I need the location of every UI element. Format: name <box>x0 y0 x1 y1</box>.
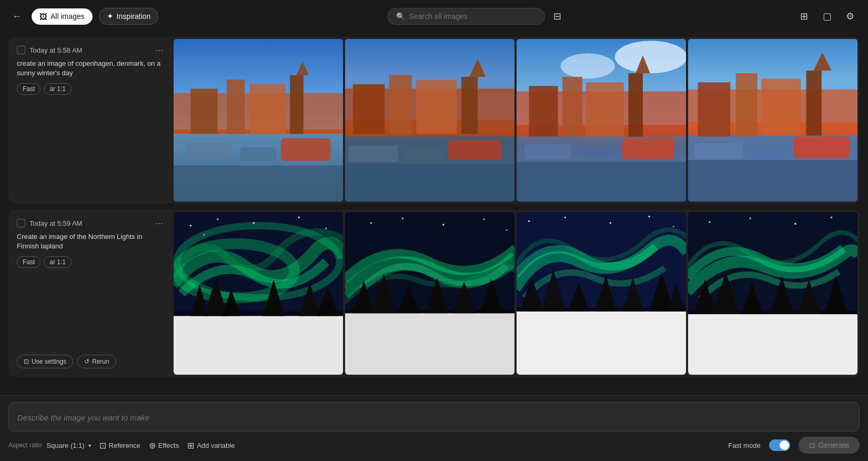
aspect-ratio-selector[interactable]: Aspect ratio Square (1:1) ▾ <box>8 442 91 449</box>
svg-point-26 <box>561 53 615 78</box>
back-icon: ← <box>12 11 22 22</box>
svg-rect-3 <box>190 88 218 134</box>
rerun-label: Rerun <box>92 358 109 365</box>
search-bar: 🔍 <box>387 8 545 25</box>
svg-rect-10 <box>281 138 330 161</box>
select-checkbox[interactable] <box>17 46 25 54</box>
svg-point-72 <box>483 218 485 220</box>
svg-point-87 <box>673 226 674 227</box>
svg-point-57 <box>298 217 300 218</box>
generate-label: Generate <box>819 441 849 449</box>
generation-row: Today at 5:59 AM ··· Create an image of … <box>8 210 860 377</box>
svg-rect-21 <box>402 149 443 162</box>
svg-point-73 <box>506 229 508 231</box>
svg-rect-9 <box>240 147 277 161</box>
chevron-down-icon: ▾ <box>88 443 91 448</box>
single-icon: ▢ <box>823 11 832 22</box>
svg-rect-29 <box>529 86 558 136</box>
bottom-toolbar: Aspect ratio Square (1:1) ▾ ⊡ Reference … <box>0 432 868 461</box>
svg-rect-17 <box>416 79 457 134</box>
gen-prompt: Create an image of the Northern Lights i… <box>17 232 163 251</box>
fast-mode-label: Fast mode <box>728 442 760 449</box>
toggle-thumb <box>780 440 789 450</box>
gen-header: Today at 5:58 AM ··· <box>17 45 163 55</box>
grid-view-button[interactable]: ⊞ <box>794 7 813 26</box>
generated-image[interactable] <box>174 39 343 202</box>
back-button[interactable]: ← <box>8 8 25 25</box>
all-images-button[interactable]: 🖼 All images <box>32 8 93 25</box>
svg-rect-30 <box>562 77 582 136</box>
svg-point-101 <box>831 217 832 218</box>
generated-image[interactable] <box>517 212 686 375</box>
settings-button[interactable]: ⚙ <box>841 7 860 26</box>
search-input[interactable] <box>409 12 514 21</box>
svg-rect-47 <box>749 146 789 158</box>
svg-rect-102 <box>688 314 857 375</box>
svg-rect-15 <box>353 84 385 134</box>
svg-point-56 <box>253 222 255 224</box>
svg-rect-23 <box>345 164 514 202</box>
use-settings-label: Use settings <box>32 358 66 365</box>
topbar: ← 🖼 All images ✦ Inspiration 🔍 ⊟ ⊞ ▢ ⚙ <box>0 0 868 33</box>
svg-rect-44 <box>806 71 822 136</box>
generate-icon: ⊡ <box>809 441 815 449</box>
svg-rect-34 <box>524 144 571 159</box>
gen-header: Today at 5:59 AM ··· <box>17 218 163 228</box>
svg-rect-11 <box>174 165 343 202</box>
svg-point-54 <box>190 225 191 226</box>
generated-image[interactable] <box>517 39 686 202</box>
add-variable-label: Add variable <box>197 442 235 449</box>
reference-button[interactable]: ⊡ Reference <box>99 440 140 450</box>
prompt-input-area[interactable] <box>8 402 860 432</box>
gen-time: Today at 5:58 AM <box>29 46 151 54</box>
generate-button[interactable]: ⊡ Generate <box>799 437 860 454</box>
fast-mode-toggle[interactable] <box>769 439 790 451</box>
bottom-bar: Aspect ratio Square (1:1) ▾ ⊡ Reference … <box>0 395 868 461</box>
generated-image[interactable] <box>174 212 343 375</box>
svg-point-59 <box>204 234 205 236</box>
svg-rect-49 <box>688 160 857 202</box>
gen-time: Today at 5:59 AM <box>29 219 151 227</box>
tag-fast: Fast <box>17 83 41 95</box>
more-options-button[interactable]: ··· <box>155 218 163 228</box>
tag-ar: ar 1:1 <box>44 83 72 95</box>
generated-image[interactable] <box>345 212 514 375</box>
svg-rect-6 <box>290 75 304 134</box>
svg-rect-42 <box>736 73 758 136</box>
rerun-button[interactable]: ↺ Rerun <box>77 355 116 368</box>
add-variable-button[interactable]: ⊞ Add variable <box>187 440 235 450</box>
effects-button[interactable]: ⊛ Effects <box>149 440 179 450</box>
svg-point-98 <box>709 221 710 223</box>
svg-rect-60 <box>174 316 343 375</box>
svg-rect-22 <box>448 140 502 160</box>
svg-point-70 <box>402 217 403 219</box>
prompt-input[interactable] <box>17 413 851 422</box>
generated-image[interactable] <box>688 212 857 375</box>
svg-point-58 <box>325 227 327 229</box>
single-view-button[interactable]: ▢ <box>817 7 836 26</box>
bottom-right: Fast mode ⊡ Generate <box>728 437 860 454</box>
gen-images <box>171 210 860 377</box>
svg-rect-43 <box>761 79 801 136</box>
more-options-button[interactable]: ··· <box>155 45 163 55</box>
inspiration-button[interactable]: ✦ Inspiration <box>99 8 159 25</box>
main-content: Today at 5:58 AM ··· create an image of … <box>0 33 868 395</box>
svg-point-71 <box>442 224 444 225</box>
svg-rect-16 <box>389 75 412 134</box>
use-settings-icon: ⊡ <box>24 358 29 365</box>
settings-icon: ⚙ <box>846 11 854 22</box>
svg-rect-18 <box>461 77 478 134</box>
rerun-icon: ↺ <box>84 358 89 365</box>
generated-image[interactable] <box>688 39 857 202</box>
select-checkbox[interactable] <box>17 219 25 227</box>
svg-point-25 <box>615 41 686 73</box>
gen-info: Today at 5:59 AM ··· Create an image of … <box>8 210 171 377</box>
generated-image[interactable] <box>345 39 514 202</box>
svg-point-84 <box>564 217 566 218</box>
svg-rect-46 <box>694 143 743 159</box>
use-settings-button[interactable]: ⊡ Use settings <box>17 355 73 368</box>
topbar-right: ⊞ ▢ ⚙ <box>794 7 860 26</box>
gen-info: Today at 5:58 AM ··· create an image of … <box>8 37 171 204</box>
filter-button[interactable]: ⊟ <box>549 8 566 25</box>
gen-tags: Fast ar 1:1 <box>17 256 163 268</box>
